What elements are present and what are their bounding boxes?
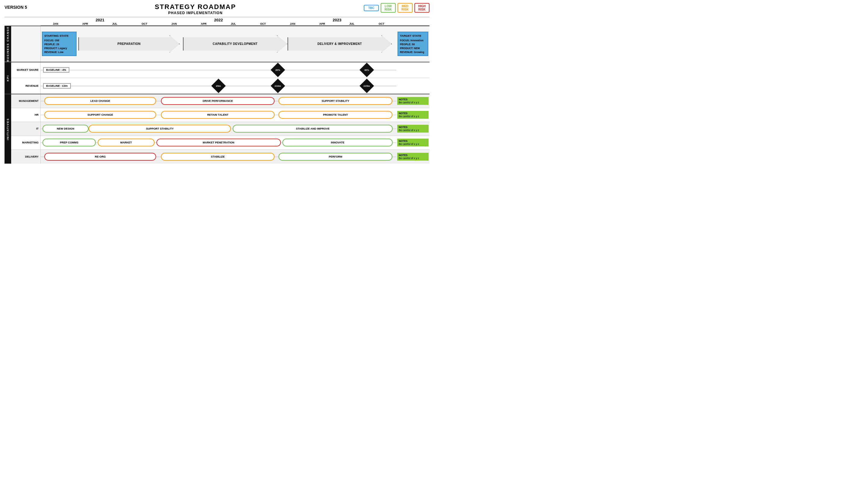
year-2021: 2021	[41, 18, 159, 22]
kpi-section: KPI MARKET SHARE BASELINE : 4% 20%	[4, 62, 429, 94]
target-state-box: TARGET STATE FOCUS: Innovation PEOPLE: 5…	[398, 32, 428, 56]
delivery-label: DELIVERY	[11, 150, 41, 163]
legend-low: LOWRISK	[381, 3, 396, 13]
month-oct2: OCT	[248, 22, 278, 25]
starting-state-title: STARTING STATE	[44, 34, 74, 38]
business-change-section: BUSINESS CHANGE STARTING STATE FOCUS: Ol…	[4, 26, 429, 62]
sub-title: PHASED IMPLEMENTATION	[155, 11, 236, 15]
year-2023: 2023	[278, 18, 396, 22]
month-oct3: OCT	[367, 22, 396, 25]
kpi-ms-line	[41, 70, 396, 70]
marketing-notes: NOTES Be careful of x y z	[396, 136, 429, 149]
mkt-bar4: INNOVATE	[282, 138, 393, 146]
mkt-bar3: MARKET PENETRATION	[156, 138, 281, 146]
legend-med: MEDRISK	[398, 3, 413, 13]
kpi-ms-diamond1: 20%	[271, 63, 285, 77]
year-row: 2021 2022 2023	[41, 18, 429, 22]
del-bar2: STABILIZE	[161, 153, 275, 161]
it-label: IT	[11, 122, 41, 136]
ss-line4: REVENUE: Low	[44, 50, 74, 54]
mgmt-notes-box: NOTES Be careful of x y z	[397, 97, 429, 105]
hr-bar3: PROMOTE TALENT	[279, 111, 392, 119]
bc-phase-capability: CAPABILITY DEVELOPMENT	[183, 35, 288, 53]
mgmt-label: MANAGEMENT	[11, 94, 41, 108]
kpi-rev-baseline: BASELINE : £3m	[43, 83, 71, 88]
kpi-revenue-row: REVENUE BASELINE : £3m £5m £10m	[11, 78, 429, 94]
kpi-revenue-label: REVENUE	[11, 78, 41, 94]
it-bar1: NEW DESIGN	[42, 125, 89, 133]
ss-line3: PRODUCT: Legacy	[44, 46, 74, 50]
hr-notes: NOTES Be careful of x y z	[396, 108, 429, 122]
month-jul1: JUL	[100, 22, 130, 25]
del-notes-box: NOTES Be careful of x y z	[397, 153, 429, 161]
main-title: STRATEGY ROADMAP	[155, 3, 236, 11]
hr-bar2: RETAIN TALENT	[161, 111, 275, 119]
month-jan3: JAN	[278, 22, 307, 25]
kpi-ms-baseline: BASELINE : 4%	[43, 67, 69, 73]
mkt-notes-box: NOTES Be careful of x y z	[397, 138, 429, 146]
month-apr1: APR	[70, 22, 100, 25]
bc-phases: PREPARATION CAPABILITY DEVELOPMENT DELIV…	[78, 34, 395, 54]
version-label: VERSION 5	[4, 3, 27, 10]
ts-line1: FOCUS: Innovation	[400, 39, 426, 42]
it-content: NEW DESIGN SUPPORT STABILITY STABILIZE A…	[41, 122, 396, 136]
initiatives-section: INITIATIVES MANAGEMENT LEAD CHANGE DRIVE…	[4, 94, 429, 163]
header-divider	[4, 17, 429, 17]
kpi-ms-diamond2: 40%	[359, 63, 374, 77]
ts-line4: REVENUE: Growing	[400, 50, 426, 54]
mgmt-content: LEAD CHANGE DRIVE PERFORMANCE SUPPORT ST…	[41, 94, 396, 108]
mgmt-bar2: DRIVE PERFORMANCE	[161, 97, 275, 105]
del-bar1: RE-ORG	[44, 153, 156, 161]
bc-phase-delivery: DELIVERY & IMPROVEMENT	[288, 35, 392, 53]
initiatives-section-label: INITIATIVES	[4, 94, 11, 163]
target-state-col: TARGET STATE FOCUS: Innovation PEOPLE: 5…	[396, 26, 429, 62]
initiative-management-row: MANAGEMENT LEAD CHANGE DRIVE PERFORMANCE…	[11, 94, 429, 108]
bc-content: STARTING STATE FOCUS: Old PEOPLE: 25 PRO…	[41, 26, 396, 62]
month-jan2: JAN	[159, 22, 189, 25]
month-row: JAN APR JUL OCT JAN APR JUL OCT JAN APR …	[41, 22, 429, 26]
year-2022: 2022	[159, 18, 278, 22]
delivery-notes: NOTES Be careful of x y z	[396, 150, 429, 163]
initiative-delivery-row: DELIVERY RE-ORG STABILIZE PERFORM NOTES	[11, 150, 429, 163]
target-state-title: TARGET STATE	[400, 34, 426, 38]
legend: TBC LOWRISK MEDRISK HIGHRISK	[364, 3, 429, 13]
mgmt-notes: NOTES Be careful of x y z	[396, 94, 429, 108]
initiative-it-row: IT NEW DESIGN SUPPORT STABILITY STABILIZ…	[11, 122, 429, 136]
it-notes-box: NOTES Be careful of x y z	[397, 125, 429, 133]
del-bar3: PERFORM	[279, 153, 392, 161]
month-jul3: JUL	[337, 22, 366, 25]
month-jan1: JAN	[41, 22, 70, 25]
ss-line1: FOCUS: Old	[44, 39, 74, 42]
kpi-section-label: KPI	[4, 62, 11, 94]
mkt-bar1: PREP COMMS	[42, 138, 96, 146]
ts-line2: PEOPLE: 50	[400, 42, 426, 46]
hr-bar1: SUPPORT CHANGE	[44, 111, 156, 119]
page: VERSION 5 STRATEGY ROADMAP PHASED IMPLEM…	[0, 0, 434, 250]
mkt-bar2: MARKET	[98, 138, 155, 146]
legend-high: HIGHRISK	[414, 3, 429, 13]
hr-notes-box: NOTES Be careful of x y z	[397, 111, 429, 119]
it-bar3: STABILIZE AND IMPROVE	[233, 125, 393, 133]
bc-row-label	[11, 26, 41, 62]
kpi-market-share-row: MARKET SHARE BASELINE : 4% 20% 40%	[11, 62, 429, 78]
marketing-label: MARKETING	[11, 136, 41, 149]
initiatives-rows: MANAGEMENT LEAD CHANGE DRIVE PERFORMANCE…	[11, 94, 429, 163]
legend-tbc: TBC	[364, 5, 379, 11]
hr-content: SUPPORT CHANGE RETAIN TALENT PROMOTE TAL…	[41, 108, 396, 122]
initiative-hr-row: HR SUPPORT CHANGE RETAIN TALENT PROMOTE …	[11, 108, 429, 122]
kpi-market-share-content: BASELINE : 4% 20% 40%	[41, 62, 396, 78]
kpi-market-share-label: MARKET SHARE	[11, 62, 41, 78]
main-grid: 2021 2022 2023 JAN APR JUL OCT JAN APR J…	[4, 18, 429, 163]
it-bar2: SUPPORT STABILITY	[89, 125, 231, 133]
initiative-marketing-row: MARKETING PREP COMMS MARKET MARKET PENET…	[11, 136, 429, 150]
delivery-content: RE-ORG STABILIZE PERFORM	[41, 150, 396, 163]
kpi-rows: MARKET SHARE BASELINE : 4% 20% 40%	[11, 62, 429, 94]
month-oct1: OCT	[130, 22, 159, 25]
month-apr2: APR	[189, 22, 219, 25]
marketing-content: PREP COMMS MARKET MARKET PENETRATION INN…	[41, 136, 396, 149]
mgmt-bar1: LEAD CHANGE	[44, 97, 156, 105]
mgmt-bar3: SUPPORT STABILITY	[279, 97, 392, 105]
title-block: STRATEGY ROADMAP PHASED IMPLEMENTATION	[155, 3, 236, 15]
ts-line3: PRODUCT: NEW	[400, 46, 426, 50]
starting-state-box: STARTING STATE FOCUS: Old PEOPLE: 25 PRO…	[42, 32, 76, 56]
